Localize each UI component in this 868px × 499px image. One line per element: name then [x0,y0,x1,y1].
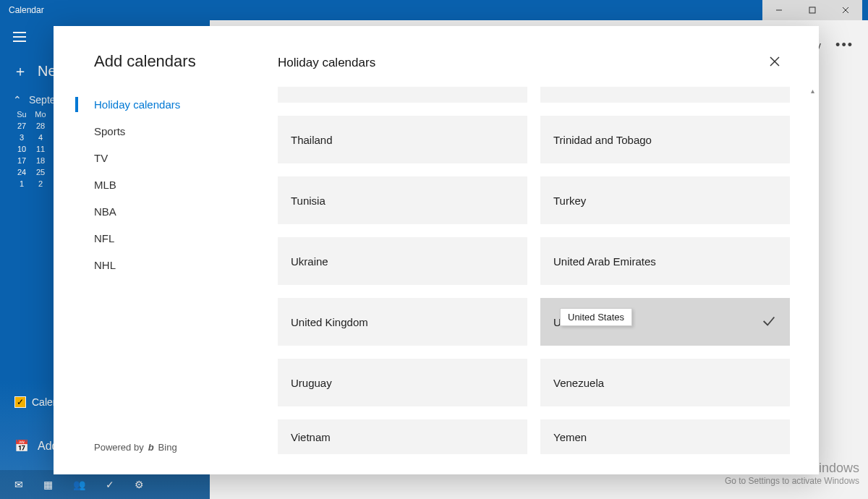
category-nhl[interactable]: NHL [94,252,278,278]
category-holiday-calendars[interactable]: Holiday calendars [94,91,278,118]
calendar-tile[interactable]: United Arab Emirates [540,237,790,285]
close-window-button[interactable] [829,0,862,20]
category-nba[interactable]: NBA [94,198,278,225]
titlebar: Calendar [0,0,868,20]
chevron-up-icon[interactable]: ⌃ [13,94,22,106]
calendar-icon[interactable]: ▦ [43,479,53,490]
settings-icon[interactable]: ⚙ [135,479,144,490]
minimize-button[interactable] [762,0,796,20]
calendar-tile[interactable]: Yemen [540,419,790,454]
calendar-tiles-grid: Thailand Trinidad and Tobago Tunisia Tur… [278,87,790,454]
bing-icon: b [148,442,154,453]
category-mlb[interactable]: MLB [94,171,278,198]
people-icon[interactable]: 👥 [73,479,85,490]
modal-title: Add calendars [94,52,278,71]
calendar-tile[interactable]: Tunisia [278,176,527,224]
calendar-add-icon: 📅 [14,439,29,453]
more-button[interactable]: ••• [835,38,854,53]
category-nfl[interactable]: NFL [94,225,278,252]
calendar-tile[interactable]: Uruguay [278,359,527,406]
modal-sidebar: Add calendars Holiday calendars Sports T… [54,26,278,474]
sidebar-bottom-bar: ✉ ▦ 👥 ✓ ⚙ [0,470,210,499]
checkbox-checked-icon[interactable]: ✓ [14,396,26,408]
panel-header: Holiday calendars [278,26,819,87]
category-tv[interactable]: TV [94,145,278,171]
panel-title: Holiday calendars [278,56,375,70]
category-sports[interactable]: Sports [94,118,278,145]
calendar-tile[interactable]: Ukraine [278,237,527,285]
calendar-tile-selected[interactable]: United States [540,298,790,346]
add-calendars-modal: Add calendars Holiday calendars Sports T… [54,26,819,474]
calendar-tile[interactable]: Vietnam [278,419,527,454]
calendar-tile[interactable]: Thailand [278,116,527,163]
calendar-tile[interactable]: United Kingdom [278,298,527,346]
scrollbar[interactable]: ▴ [804,87,816,474]
calendar-tile[interactable]: Venezuela [540,359,790,406]
calendar-tile[interactable]: Turkey [540,176,790,224]
calendar-tile[interactable] [540,87,790,103]
mail-icon[interactable]: ✉ [14,479,23,490]
maximize-button[interactable] [796,0,829,20]
modal-content: Holiday calendars Thailand Trinidad and … [278,26,819,474]
calendar-tile[interactable] [278,87,527,103]
check-icon [761,313,777,331]
calendar-tile[interactable]: Trinidad and Tobago [540,116,790,163]
plus-icon: ＋ [13,61,27,81]
scroll-up-arrow-icon[interactable]: ▴ [811,87,814,95]
category-list: Holiday calendars Sports TV MLB NBA NFL … [94,91,278,278]
close-modal-button[interactable] [765,52,784,74]
window-title: Calendar [6,5,44,15]
powered-by: Powered by b Bing [94,442,278,453]
svg-rect-1 [809,7,815,13]
todo-icon[interactable]: ✓ [106,479,114,490]
